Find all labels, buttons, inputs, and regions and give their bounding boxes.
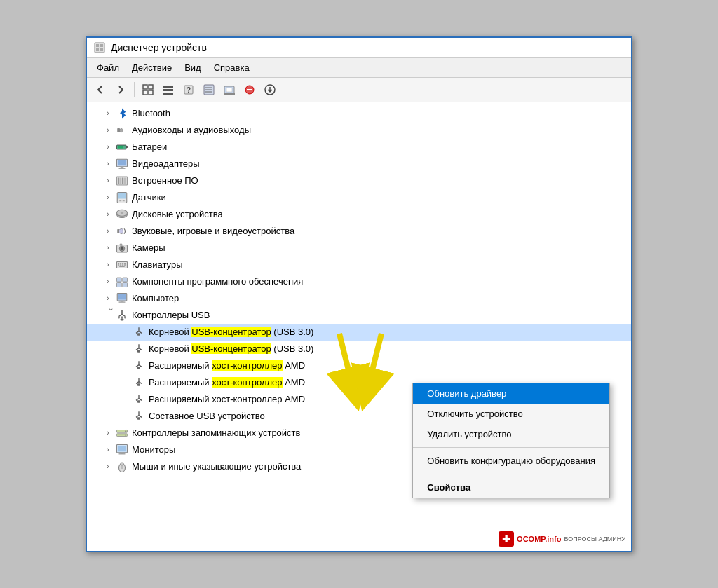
sensors-icon [115,191,129,205]
svg-rect-56 [122,264,123,266]
bluetooth-label: Bluetooth [132,108,170,118]
usb2-label: Корневой USB-концентратор (USB 3.0) [149,343,313,354]
diskdrives-icon [115,207,129,221]
tree-item-display[interactable]: › Видеоадаптеры [87,156,631,172]
ctx-sep-2 [413,474,609,474]
usbdev4-icon [132,376,146,390]
svg-rect-39 [119,200,121,201]
svg-rect-3 [96,48,99,51]
expand-icon-storage: › [101,426,115,440]
svg-rect-74 [137,400,140,402]
svg-point-43 [121,212,124,214]
svg-point-47 [121,247,124,250]
svg-rect-40 [123,200,125,201]
watermark-badge: ✚ [499,531,514,547]
bluetooth-icon [115,107,129,121]
expand-icon-usb3 [118,359,132,373]
tree-item-usbctrl[interactable]: › Контроллеры USB [87,307,631,324]
usbctrl-label: Контроллеры USB [132,310,210,320]
usb2-highlight: USB-концентратор [191,343,271,354]
usb4-highlight: хост-контроллер [212,377,282,388]
tree-item-battery[interactable]: › Батареи [87,139,631,156]
ctx-uninstall-device[interactable]: Удалить устройство [413,424,609,444]
menu-file[interactable]: Файл [91,60,125,75]
svg-rect-82 [121,452,124,453]
swcomp-label: Компоненты программного обеспечения [132,276,303,287]
sound-label: Звуковые, игровые и видеоустройства [132,226,294,236]
expand-icon-usb4 [118,376,132,390]
tree-item-swcomp[interactable]: › Компоненты программного обеспечения [87,273,631,290]
disable-button[interactable] [241,81,259,99]
firmware-icon [115,174,129,188]
svg-rect-11 [163,93,173,95]
svg-rect-64 [118,294,126,300]
svg-rect-57 [124,264,126,266]
context-menu: Обновить драйвер Отключить устройство Уд… [412,383,610,498]
battery-icon [115,140,129,154]
usb4-label: Расширяемый хост-контроллер AMD [149,377,305,388]
svg-rect-59 [117,278,122,282]
usb6-label: Составное USB устройство [149,411,265,421]
ctx-disable-device[interactable]: Отключить устройство [413,404,609,424]
expand-icon-firmware: › [101,174,115,188]
keyboards-label: Клавиатуры [132,259,183,270]
tree-item-usb2[interactable]: Корневой USB-концентратор (USB 3.0) [87,341,631,357]
expand-icon-bluetooth: › [101,107,115,121]
svg-rect-6 [149,85,153,89]
expand-icon-mice: › [101,460,115,474]
tree-item-diskdrives[interactable]: › Дисковые устройства [87,206,631,223]
svg-rect-70 [137,333,140,335]
svg-rect-69 [121,318,124,320]
ctx-scan-hardware[interactable]: Обновить конфигурацию оборудования [413,451,609,471]
svg-rect-19 [226,88,232,92]
expand-icon-computer: › [101,292,115,306]
overview-button[interactable] [139,81,157,99]
svg-rect-29 [118,160,126,165]
expand-icon-cameras: › [101,241,115,255]
menu-view[interactable]: Вид [179,60,207,75]
menu-action[interactable]: Действие [126,60,177,75]
svg-rect-30 [121,166,124,167]
mice-icon [115,460,129,474]
svg-rect-60 [123,278,128,282]
expand-icon-usbctrl: › [101,308,115,322]
expand-icon-monitors: › [101,443,115,457]
mice-label: Мыши и иные указывающие устройства [132,461,301,472]
svg-rect-58 [119,266,125,267]
tree-item-bluetooth[interactable]: › Bluetooth [87,105,631,122]
usb3-label: Расширяемый хост-контроллер AMD [149,360,305,371]
ctx-update-driver[interactable]: Обновить драйвер [413,383,609,404]
svg-rect-65 [121,301,124,302]
expand-icon-diskdrives: › [101,207,115,221]
tree-item-computer[interactable]: › Компьютер [87,290,631,307]
cameras-label: Камеры [132,242,165,253]
tree-item-audio[interactable]: › Аудиовходы и аудиовыходы [87,122,631,139]
help-button[interactable]: ? [180,81,198,99]
usb1-highlight: USB-концентратор [191,327,271,337]
tree-item-sound[interactable]: › Звуковые, игровые и видеоустройства [87,223,631,240]
title-icon [94,42,105,53]
forward-button[interactable] [111,81,130,99]
ctx-properties[interactable]: Свойства [413,477,609,498]
tree-item-usb1[interactable]: Корневой USB-концентратор (USB 3.0) [87,324,631,341]
svg-rect-7 [143,90,147,95]
svg-rect-26 [126,146,128,148]
scan-button[interactable] [220,81,238,99]
back-button[interactable] [91,81,109,99]
content-area: › Bluetooth › Аудиовходы и аудиовыходы › [87,102,631,551]
sound-icon [115,224,129,238]
expand-icon-usb6 [118,409,132,423]
svg-rect-61 [117,282,122,287]
usbctrl-icon [115,308,129,322]
tree-item-firmware[interactable]: › Встроенное ПО [87,172,631,189]
menu-help[interactable]: Справка [208,60,255,75]
svg-rect-66 [119,301,126,302]
download-button[interactable] [261,81,279,99]
properties-button[interactable] [200,81,218,99]
list-button[interactable] [159,81,177,99]
tree-item-usb3[interactable]: Расширяемый хост-контроллер AMD [87,357,631,374]
tree-item-cameras[interactable]: › Камеры [87,240,631,257]
svg-point-67 [118,316,120,318]
tree-item-sensors[interactable]: › Датчики [87,189,631,206]
tree-item-keyboards[interactable]: › Клавиатуры [87,257,631,273]
